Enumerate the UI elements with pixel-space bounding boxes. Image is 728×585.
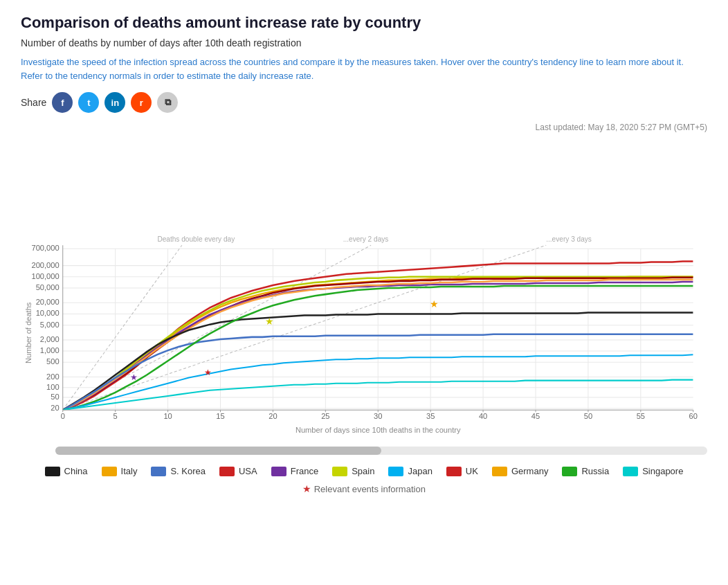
legend-item: USA [219,466,257,476]
legend-item: Italy [102,466,138,476]
legend-item: Singapore [623,466,683,476]
svg-text:1,000: 1,000 [40,346,60,354]
legend-color-swatch [446,467,462,476]
svg-text:5,000: 5,000 [40,321,60,329]
scrollbar-row [21,447,707,455]
svg-text:...every 2 days: ...every 2 days [343,235,389,243]
legend-label: France [291,466,318,476]
svg-text:Deaths double every day: Deaths double every day [157,235,235,243]
legend-label: Russia [581,466,609,476]
page-title: Comparison of deaths amount increase rat… [21,14,707,32]
scrollbar-track[interactable] [55,447,707,455]
legend-color-swatch [332,467,347,476]
svg-text:100: 100 [46,383,60,391]
svg-text:50: 50 [51,393,59,401]
svg-text:0: 0 [61,412,65,420]
svg-text:15: 15 [216,412,224,420]
svg-text:10,000: 10,000 [36,309,60,318]
svg-text:200: 200 [46,372,60,381]
legend-label: S. Korea [170,466,206,476]
legend-label: China [64,466,88,476]
svg-text:20: 20 [51,404,59,412]
relevant-events-label: Relevant events information [314,484,426,494]
svg-text:10: 10 [163,412,172,420]
legend-color-swatch [562,467,577,476]
legend-item: Japan [388,466,432,476]
share-facebook-button[interactable]: f [52,92,73,113]
svg-text:20,000: 20,000 [36,298,60,306]
svg-text:★: ★ [204,368,212,377]
share-linkedin-button[interactable]: in [104,92,125,113]
last-updated: Last updated: May 18, 2020 5:27 PM (GMT+… [21,123,707,132]
svg-text:60: 60 [689,412,698,420]
svg-text:20: 20 [269,412,277,420]
legend-label: Spain [352,466,374,476]
legend-label: Singapore [642,466,683,476]
svg-text:5: 5 [113,412,118,420]
svg-text:30: 30 [374,412,382,420]
relevant-events: ★ Relevant events information [21,483,707,494]
share-reddit-button[interactable]: r [131,92,152,113]
svg-text:40: 40 [479,412,487,420]
legend-item: UK [446,466,478,476]
legend-item: Russia [562,466,609,476]
legend-item: Germany [492,466,548,476]
legend-item: China [45,466,88,476]
svg-text:700,000: 700,000 [31,244,59,252]
legend-color-swatch [623,467,638,476]
scrollbar-thumb[interactable] [55,447,381,455]
legend-color-swatch [102,467,117,476]
legend-color-swatch [492,467,507,476]
legend-color-swatch [271,467,286,476]
svg-text:45: 45 [531,412,540,420]
share-twitter-button[interactable]: t [78,92,99,113]
share-row: Share f t in r ⧉ [21,92,707,113]
share-label: Share [21,97,46,108]
svg-text:...every 3 days: ...every 3 days [546,235,592,243]
legend-item: S. Korea [151,466,206,476]
svg-text:2,000: 2,000 [40,335,60,343]
legend-color-swatch [388,467,403,476]
svg-text:Number of deaths: Number of deaths [24,302,33,363]
chart-container: 20 50 100 200 500 1,000 2,000 5,000 10,0… [21,135,707,440]
svg-text:★: ★ [130,372,138,382]
legend-item: France [271,466,318,476]
legend-label: UK [466,466,478,476]
svg-text:25: 25 [321,412,329,420]
svg-line-65 [63,245,182,410]
legend-item: Spain [332,466,374,476]
svg-text:50: 50 [584,412,592,420]
svg-text:★: ★ [265,316,274,327]
svg-text:55: 55 [637,412,645,420]
description: Investigate the speed of the infection s… [21,55,707,82]
legend-label: Italy [121,466,138,476]
subtitle: Number of deaths by number of days after… [21,37,707,48]
svg-text:35: 35 [426,412,435,420]
svg-text:★: ★ [430,298,439,309]
legend-color-swatch [151,467,166,476]
svg-text:100,000: 100,000 [31,272,59,280]
svg-text:500: 500 [46,357,60,366]
legend-label: Japan [408,466,432,476]
svg-text:Number of days since 10th deat: Number of days since 10th deaths in the … [295,426,461,434]
share-copy-button[interactable]: ⧉ [157,92,178,113]
legend-color-swatch [219,467,235,476]
star-icon: ★ [302,483,311,494]
legend-label: Germany [511,466,548,476]
legend-label: USA [239,466,257,476]
legend-color-swatch [45,467,60,476]
svg-text:200,000: 200,000 [31,261,59,269]
legend: ChinaItalyS. KoreaUSAFranceSpainJapanUKG… [21,466,707,476]
svg-text:50,000: 50,000 [36,283,60,291]
